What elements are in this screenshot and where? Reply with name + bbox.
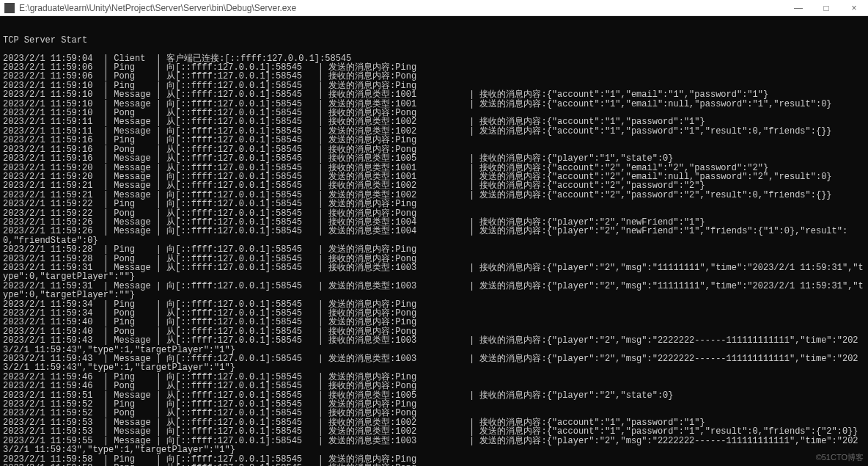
minimize-button[interactable]: — [784, 0, 812, 16]
log-line: 2023/2/1 11:59:21 | Message | 从[::ffff:1… [3, 181, 865, 190]
log-line: 2023/2/1 11:59:26 | Message | 向[::ffff:1… [3, 227, 865, 245]
log-line: 2023/2/1 11:59:40 | Ping | 向[::ffff:127.… [3, 318, 865, 327]
log-line: 2023/2/1 11:59:28 | Ping | 向[::ffff:127.… [3, 245, 865, 254]
log-line: 2023/2/1 11:59:11 | Message | 从[::ffff:1… [3, 117, 865, 126]
log-line: 2023/2/1 11:59:06 | Pong | 从[::ffff:127.… [3, 72, 865, 81]
log-line: 2023/2/1 11:59:16 | Message | 从[::ffff:1… [3, 154, 865, 163]
maximize-button[interactable]: □ [812, 0, 840, 16]
console-header: TCP Server Start [3, 36, 865, 45]
log-line: 2023/2/1 11:59:22 | Ping | 向[::ffff:127.… [3, 200, 865, 208]
close-button[interactable]: × [840, 0, 868, 16]
log-line: 2023/2/1 11:59:31 | Message | 向[::ffff:1… [3, 282, 865, 300]
log-line: 2023/2/1 11:59:16 | Ping | 向[::ffff:127.… [3, 136, 865, 145]
log-line: 2023/2/1 11:59:10 | Message | 从[::ffff:1… [3, 90, 865, 99]
log-line: 2023/2/1 11:59:43 | Message | 向[::ffff:1… [3, 354, 865, 373]
log-line: 2023/2/1 11:59:46 | Pong | 从[::ffff:127.… [3, 382, 865, 390]
log-line: 2023/2/1 11:59:43 | Message | 从[::ffff:1… [3, 336, 865, 354]
app-icon [4, 3, 15, 13]
title-bar: E:\graduate\learn\Unity\NetProject\Serve… [0, 0, 868, 16]
console-output[interactable]: TCP Server Start 2023/2/1 11:59:04 | Cli… [0, 16, 868, 466]
window-title: E:\graduate\learn\Unity\NetProject\Serve… [19, 3, 296, 13]
log-line: 2023/2/1 11:59:55 | Message | 向[::ffff:1… [3, 437, 865, 455]
log-line: 2023/2/1 11:59:31 | Message | 从[::ffff:1… [3, 263, 865, 282]
log-line: 2023/2/1 11:59:53 | Message | 向[::ffff:1… [3, 427, 865, 436]
watermark: ©51CTO博客 [816, 452, 864, 463]
log-line: 2023/2/1 11:59:52 | Pong | 从[::ffff:127.… [3, 409, 865, 418]
